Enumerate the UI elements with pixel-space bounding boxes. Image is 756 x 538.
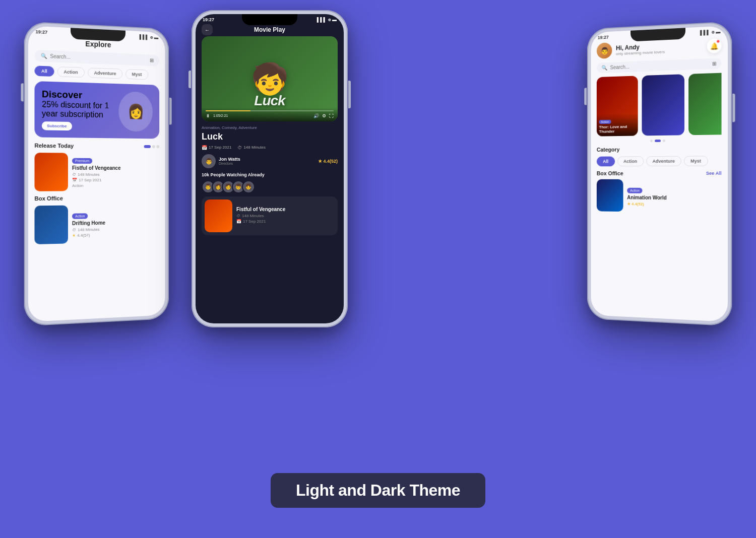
- fistful-thumb-img: [34, 153, 68, 191]
- pill-action-right[interactable]: Action: [617, 156, 643, 166]
- box-movie-title: Animation World: [627, 195, 721, 201]
- drifting-thumb-img: [34, 206, 68, 244]
- promo-figure: 👩: [118, 91, 153, 131]
- clock-icon-drift: ⏱: [72, 227, 76, 232]
- bottom-movie-duration: ⏱ 148 Minutes: [236, 214, 285, 218]
- star-icon-r: ★: [627, 201, 631, 206]
- pill-mystery-right[interactable]: Myst: [684, 156, 708, 166]
- box-office-header-right: Box Office See All: [597, 170, 722, 176]
- battery-center: ▬: [332, 17, 337, 22]
- status-icons-left: ▌▌▌ ⌾ ▬: [140, 34, 158, 40]
- movie-card-fistful[interactable]: Premium Fistful of Vengeance ⏱ 148 Minut…: [34, 153, 159, 191]
- pagination-dots: [597, 139, 722, 143]
- promo-image: 👩: [118, 91, 153, 131]
- search-input-left[interactable]: [50, 53, 150, 63]
- battery-right: ▬: [716, 29, 720, 35]
- center-screen-content: ← Movie Play 🧒 Luck ⏸ 1:05/2:21 🔊: [196, 23, 344, 317]
- pg-dot-2: [655, 140, 661, 142]
- status-icons-right: ▌▌▌ ⌾ ▬: [700, 29, 720, 35]
- promo-banner: Discover 25% discount for 1 year subscri…: [34, 81, 159, 139]
- pill-all-left[interactable]: All: [34, 65, 54, 77]
- video-controls: ⏸ 1:05/2:21 🔊 ⚙ ⛶: [206, 113, 334, 118]
- video-player[interactable]: 🧒 Luck ⏸ 1:05/2:21 🔊 ⚙ ⛶: [202, 36, 338, 121]
- time-right: 19:27: [598, 35, 609, 40]
- search-bar-right[interactable]: 🔍 ⊞: [597, 58, 722, 73]
- see-all-button[interactable]: See All: [706, 171, 722, 176]
- fullscreen-icon[interactable]: ⛶: [329, 113, 334, 118]
- volume-icon[interactable]: 🔊: [313, 113, 319, 118]
- movie-card-drifting[interactable]: Action Drifting Home ⏱ 148 Minutes ★ 4.4…: [34, 205, 159, 244]
- fistful-thumb: [34, 153, 68, 191]
- filter-icon-right[interactable]: ⊞: [712, 61, 716, 67]
- release-section-header: Release Today: [34, 143, 159, 150]
- avatars-row: 👨 👩 🧑 👦 👧: [202, 180, 338, 193]
- greeting-text: Hi, Andy only streaming movie lovers: [616, 42, 665, 56]
- video-overlay: ⏸ 1:05/2:21 🔊 ⚙ ⛶: [202, 107, 338, 121]
- box-info-right: Action Animation World ★ 4.4(52): [627, 185, 721, 208]
- battery-left: ▬: [154, 35, 159, 40]
- settings-icon[interactable]: ⚙: [322, 113, 326, 118]
- banner-text: Light and Dark Theme: [296, 481, 460, 499]
- dot-1: [144, 145, 151, 148]
- bottom-movie-card[interactable]: Fistful of Vengeance ⏱ 148 Minutes 📅 17 …: [202, 196, 338, 235]
- notch-center: [242, 14, 297, 25]
- box-rating: ★ 4.4(52): [627, 201, 721, 207]
- featured-card-bg-2: [642, 74, 684, 136]
- movie-play-title: Movie Play: [254, 26, 285, 33]
- dot-3: [156, 145, 159, 148]
- notification-button[interactable]: 🔔: [707, 38, 722, 53]
- search-input-right[interactable]: [610, 61, 712, 71]
- wifi-left: ⌾: [150, 35, 153, 40]
- time-center: 19:27: [203, 17, 214, 22]
- clock-icon: ⏱: [72, 172, 76, 177]
- director-info: 👨 Jon Watts Directors: [202, 154, 240, 168]
- bottom-movie-info: Fistful of Vengeance ⏱ 148 Minutes 📅 17 …: [236, 207, 285, 225]
- action-badge: Action: [72, 213, 88, 219]
- left-screen-content: Explore 🔍 ⊞ All Action Adventure Myst Di…: [28, 35, 165, 315]
- luck-title-overlay: Luck: [254, 93, 285, 109]
- luck-title: Luck: [202, 131, 338, 142]
- featured-card-2[interactable]: [642, 74, 684, 136]
- luck-date: 📅 17 Sep 2021: [202, 145, 231, 150]
- pill-all-right[interactable]: All: [597, 157, 615, 167]
- phone-right-screen: 19:27 ▌▌▌ ⌾ ▬ 👨 Hi, Andy only streaming …: [591, 26, 727, 322]
- drifting-rating: ★ 4.4(52): [72, 231, 159, 238]
- progress-fill: [206, 110, 250, 111]
- calendar-icon: 📅: [72, 178, 77, 182]
- pill-adventure-left[interactable]: Adventure: [88, 68, 122, 79]
- avatar-5: 👧: [242, 180, 255, 193]
- featured-card-bg-3: [688, 73, 721, 136]
- right-screen-content: 👨 Hi, Andy only streaming movie lovers 🔔…: [591, 35, 727, 315]
- bottom-banner: Light and Dark Theme: [271, 473, 485, 508]
- pause-button[interactable]: ⏸: [206, 113, 210, 118]
- time-left: 19:27: [36, 29, 48, 35]
- clock-icon-b: ⏱: [236, 214, 240, 218]
- search-bar-left[interactable]: 🔍 ⊞: [34, 50, 159, 66]
- star-icon-drift: ★: [72, 233, 76, 237]
- featured-card-3[interactable]: [688, 73, 721, 136]
- notification-dot: [716, 39, 720, 43]
- progress-bar: [206, 110, 334, 111]
- action-badge-right: Action: [627, 188, 643, 193]
- pg-dot-1: [650, 140, 653, 142]
- luck-rating: ★ 4.4(52): [318, 159, 338, 164]
- wifi-right: ⌾: [712, 29, 714, 34]
- back-button[interactable]: ←: [202, 24, 213, 35]
- action-tag-1: Action: [599, 120, 611, 124]
- calendar-icon-b: 📅: [236, 219, 241, 224]
- director-text: Jon Watts Directors: [219, 157, 240, 165]
- promo-text: Discover 25% discount for 1 year subscri…: [42, 89, 118, 131]
- subscribe-button[interactable]: Subscribe: [42, 121, 72, 130]
- release-dots: [144, 145, 160, 148]
- pill-adventure-right[interactable]: Adventure: [646, 156, 681, 166]
- promo-subtitle: 25% discount for 1 year subscription: [42, 100, 118, 120]
- premium-badge: Premium: [72, 158, 92, 164]
- signal-right: ▌▌▌: [700, 30, 710, 35]
- filter-icon-left[interactable]: ⊞: [150, 57, 154, 63]
- featured-card-1[interactable]: Action Thor: Love and Thunder: [597, 76, 638, 136]
- time-display: 1:05/2:21: [213, 114, 228, 117]
- pill-mystery-left[interactable]: Myst: [125, 69, 148, 80]
- pill-action-left[interactable]: Action: [57, 66, 85, 78]
- box-office-card-right[interactable]: Action Animation World ★ 4.4(52): [597, 179, 722, 213]
- signal-left: ▌▌▌: [140, 34, 149, 40]
